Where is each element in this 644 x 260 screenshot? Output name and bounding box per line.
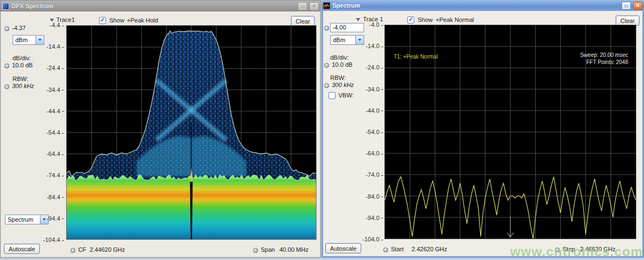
y-axis-labels: -4.4-14.4-24.4-34.4-44.4-54.4-64.4-74.4-… bbox=[39, 25, 64, 240]
display-mode-value: Spectrum bbox=[5, 216, 40, 223]
marker-arrow-icon bbox=[507, 216, 514, 237]
units-value: dBm bbox=[13, 37, 36, 43]
rbw-knob-icon[interactable] bbox=[4, 84, 9, 89]
y-axis-label: -74.4 bbox=[46, 172, 64, 178]
span-label: Span bbox=[261, 246, 275, 253]
spectrum-titlebar[interactable]: Spectrum ▭ ✕ bbox=[321, 0, 644, 11]
y-axis-label: -64.0 bbox=[366, 150, 383, 157]
y-axis-label: -84.0 bbox=[366, 193, 383, 200]
cf-label: CF bbox=[78, 246, 86, 253]
y-axis-label: -44.4 bbox=[46, 108, 64, 114]
show-checkbox[interactable] bbox=[407, 16, 414, 24]
y-axis-label: -104.0 bbox=[362, 236, 383, 242]
dpx-spectrum-window: DPX Spectrum ▭ ✕ Trace1 Show +Peak Hold … bbox=[0, 0, 321, 258]
y-axis-label: -64.4 bbox=[46, 151, 64, 157]
db-div-knob-icon[interactable] bbox=[324, 63, 329, 68]
units-value: dBm bbox=[331, 37, 355, 43]
vbw-label: VBW: bbox=[338, 92, 354, 99]
spectrum-app-icon bbox=[323, 2, 330, 9]
ref-level-value[interactable]: -4.37 bbox=[12, 25, 26, 31]
y-axis-labels: -4.0-14.0-24.0-34.0-44.0-54.0-64.0-74.0-… bbox=[358, 25, 383, 239]
y-axis-label: -44.0 bbox=[366, 107, 383, 114]
y-axis-label: -34.0 bbox=[366, 86, 383, 93]
ref-level-knob-icon[interactable] bbox=[324, 26, 329, 31]
sweep-value: Sweep: 20.00 msec bbox=[580, 51, 628, 59]
chevron-down-icon[interactable] bbox=[356, 18, 360, 21]
db-div-label: dB/div: bbox=[13, 55, 31, 61]
dpx-spectrum-graph bbox=[67, 26, 316, 239]
y-axis-label: -94.0 bbox=[366, 215, 383, 221]
show-label: Show bbox=[109, 17, 125, 24]
restore-button[interactable]: ▭ bbox=[622, 2, 631, 10]
start-knob-icon[interactable] bbox=[383, 247, 388, 252]
y-axis-label: -74.0 bbox=[366, 171, 383, 178]
y-axis-label: -24.4 bbox=[46, 65, 64, 71]
trace-annotation: T1: +Peak Normal bbox=[394, 54, 438, 60]
y-axis-label: -84.4 bbox=[46, 194, 64, 200]
spectrum-window-title: Spectrum bbox=[332, 2, 619, 9]
show-label: Show bbox=[418, 16, 433, 23]
span-knob-icon[interactable] bbox=[253, 248, 258, 253]
rbw-knob-icon[interactable] bbox=[324, 83, 329, 88]
y-axis-label: -14.0 bbox=[366, 43, 383, 49]
vbw-checkbox[interactable] bbox=[329, 92, 336, 99]
show-checkbox[interactable] bbox=[99, 17, 106, 24]
db-div-value[interactable]: 10.0 dB bbox=[12, 62, 33, 68]
rbw-value[interactable]: 300 kHz bbox=[332, 82, 354, 88]
y-axis-label: -94.4 bbox=[46, 215, 64, 222]
db-div-label: dB/div: bbox=[330, 54, 349, 61]
start-value[interactable]: 2.42620 GHz bbox=[412, 246, 447, 252]
sweep-annotation: Sweep: 20.00 msec FFT Points: 2048 bbox=[580, 51, 628, 66]
screen: DPX Spectrum ▭ ✕ Trace1 Show +Peak Hold … bbox=[0, 0, 644, 260]
db-div-knob-icon[interactable] bbox=[4, 63, 9, 68]
minimize-button[interactable]: ▭ bbox=[298, 2, 307, 10]
fft-points-value: FFT Points: 2048 bbox=[580, 59, 628, 66]
rbw-label: RBW: bbox=[13, 76, 28, 82]
y-axis-label: -14.4 bbox=[46, 43, 64, 50]
close-icon[interactable]: ✕ bbox=[633, 2, 642, 10]
y-axis-label: -4.4 bbox=[50, 22, 64, 28]
watermark: www.cntronics.com bbox=[510, 244, 643, 259]
span-value[interactable]: 40.00 MHz bbox=[279, 246, 308, 253]
rbw-value[interactable]: 300 kHz bbox=[12, 83, 34, 89]
trace-mode-label: +Peak Hold bbox=[127, 17, 158, 24]
dpx-app-icon bbox=[2, 3, 9, 10]
y-axis-label: -34.4 bbox=[46, 86, 64, 93]
cf-value[interactable]: 2.44620 GHz bbox=[90, 246, 125, 253]
y-axis-label: -54.4 bbox=[46, 129, 64, 136]
y-axis-label: -24.0 bbox=[366, 64, 383, 71]
db-div-value[interactable]: 10.0 dB bbox=[332, 61, 353, 68]
dpx-window-title: DPX Spectrum bbox=[11, 3, 296, 9]
close-icon[interactable]: ✕ bbox=[309, 2, 319, 10]
autoscale-button[interactable]: Autoscale bbox=[325, 243, 361, 253]
rbw-label: RBW: bbox=[330, 74, 346, 81]
start-label: Start bbox=[391, 246, 403, 252]
y-axis-label: -54.0 bbox=[366, 129, 383, 135]
autoscale-button[interactable]: Autoscale bbox=[4, 244, 40, 254]
spectrum-window: Spectrum ▭ ✕ Trace 1 Show +Peak Normal C… bbox=[321, 0, 644, 258]
ref-level-knob-icon[interactable] bbox=[4, 26, 9, 31]
spectrum-display[interactable]: T1: +Peak Normal Sweep: 20.00 msec FFT P… bbox=[384, 25, 636, 239]
y-axis-label: -104.4 bbox=[43, 236, 64, 243]
dpx-spectrum-display[interactable] bbox=[66, 25, 317, 240]
dpx-titlebar[interactable]: DPX Spectrum ▭ ✕ bbox=[1, 1, 320, 11]
y-axis-label: -4.0 bbox=[369, 21, 383, 28]
cf-knob-icon[interactable] bbox=[71, 248, 75, 253]
trace-mode-label: +Peak Normal bbox=[436, 16, 474, 23]
